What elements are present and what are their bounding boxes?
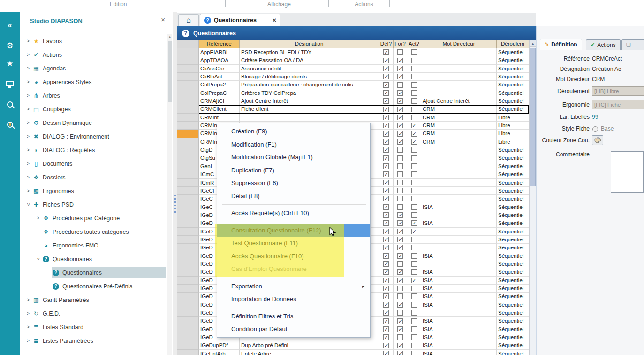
- cell-for[interactable]: [394, 187, 407, 195]
- row-selector[interactable]: [177, 268, 199, 276]
- cell-for[interactable]: [394, 146, 407, 154]
- cell-act[interactable]: [407, 105, 421, 113]
- row-selector[interactable]: [177, 252, 199, 260]
- cell-def[interactable]: [379, 48, 394, 56]
- tree-item-couplages[interactable]: >▤Couplages: [20, 102, 166, 116]
- chevron-right-icon[interactable]: >: [24, 39, 32, 44]
- tree-item-procedures-par-categorie[interactable]: >❖Procédures par Catégorie: [20, 211, 166, 225]
- row-selector[interactable]: [177, 105, 199, 113]
- cell-for[interactable]: [394, 138, 407, 146]
- cell-for[interactable]: [394, 114, 407, 122]
- chevron-right-icon[interactable]: >: [24, 161, 32, 166]
- panel-splitter[interactable]: [173, 12, 177, 355]
- header-deroulement[interactable]: Déroulem: [497, 40, 529, 48]
- cell-def[interactable]: [379, 244, 394, 252]
- row-selector[interactable]: [177, 228, 199, 236]
- context-menu-item-definition-filtres-et-tris[interactable]: Définition Filtres et Tris: [217, 310, 370, 323]
- row-selector[interactable]: [177, 97, 199, 105]
- tree-item-listes-standard[interactable]: >≣Listes Standard: [20, 320, 166, 334]
- chevron-right-icon[interactable]: >: [24, 66, 32, 71]
- cell-act[interactable]: [407, 65, 421, 73]
- tab-actions[interactable]: Actions: [586, 39, 621, 50]
- cell-act[interactable]: [407, 122, 421, 130]
- field-input-deroulement[interactable]: [LIB] Libre: [592, 86, 644, 96]
- cell-act[interactable]: [407, 325, 421, 333]
- table-scrollbar[interactable]: [529, 40, 536, 355]
- cell-for[interactable]: [394, 211, 407, 219]
- cell-def[interactable]: [379, 187, 394, 195]
- cell-def[interactable]: [379, 170, 394, 178]
- cell-for[interactable]: [394, 162, 407, 170]
- cell-act[interactable]: [407, 97, 421, 105]
- cell-act[interactable]: [407, 187, 421, 195]
- cell-def[interactable]: [379, 138, 394, 146]
- row-selector[interactable]: [177, 48, 199, 56]
- comment-textarea[interactable]: [611, 151, 644, 193]
- tree-item-actions[interactable]: >✔Actions: [20, 48, 166, 62]
- cell-for[interactable]: [394, 105, 407, 113]
- tab-definition[interactable]: Définition: [540, 39, 582, 50]
- cell-act[interactable]: [407, 162, 421, 170]
- cell-def[interactable]: [379, 219, 394, 227]
- context-menu-item-detail-f8[interactable]: Détail (F8): [217, 190, 370, 203]
- cell-for[interactable]: [394, 341, 407, 349]
- cell-act[interactable]: [407, 285, 421, 293]
- cell-act[interactable]: [407, 170, 421, 178]
- header-reference[interactable]: Référence: [199, 40, 240, 48]
- tree-item-questionnaires-pre-definis[interactable]: ?Questionnaires Pré-Définis: [20, 279, 166, 293]
- row-selector[interactable]: [177, 260, 199, 268]
- cell-act[interactable]: [407, 114, 421, 122]
- cell-for[interactable]: [394, 219, 407, 227]
- cell-for[interactable]: [394, 56, 407, 64]
- cell-def[interactable]: [379, 293, 394, 301]
- row-selector[interactable]: [177, 203, 199, 211]
- context-menu-item-modification-globale-maj-f1[interactable]: Modification Globale (Maj+F1): [217, 151, 370, 164]
- cell-act[interactable]: [407, 211, 421, 219]
- chevron-right-icon[interactable]: >: [24, 52, 32, 57]
- chevron-right-icon[interactable]: >: [24, 297, 32, 302]
- chevron-right-icon[interactable]: >: [24, 134, 32, 139]
- row-selector[interactable]: [177, 301, 199, 309]
- scrollbar-thumb[interactable]: [168, 41, 172, 102]
- chevron-right-icon[interactable]: >: [24, 175, 32, 180]
- chevron-right-icon[interactable]: >: [24, 324, 32, 330]
- table-row[interactable]: CRMAjtCIAjout Centre InterêtAjout Centre…: [177, 97, 529, 105]
- chevron-right-icon[interactable]: >: [24, 311, 32, 316]
- cell-def[interactable]: [379, 73, 394, 81]
- row-selector[interactable]: [177, 114, 199, 122]
- cell-for[interactable]: [394, 203, 407, 211]
- cell-act[interactable]: [407, 203, 421, 211]
- table-row[interactable]: IGeDupPDfDup Arbo pré DéfiniISIASéquenti…: [177, 341, 529, 349]
- row-selector[interactable]: [177, 236, 199, 244]
- tree-item-dossiers[interactable]: >❖Dossiers: [20, 170, 166, 184]
- table-row[interactable]: CRMClientFiche clientCRMSéquentiel: [177, 105, 529, 113]
- row-selector[interactable]: [177, 350, 199, 355]
- table-row[interactable]: ColPrepa2Préparation quincaillerie : cha…: [177, 81, 529, 89]
- cell-act[interactable]: [407, 48, 421, 56]
- cell-def[interactable]: [379, 285, 394, 293]
- cell-def[interactable]: [379, 325, 394, 333]
- context-menu-item-creation-f9[interactable]: Création (F9): [217, 125, 370, 138]
- cell-def[interactable]: [379, 211, 394, 219]
- cell-act[interactable]: [407, 309, 421, 317]
- cell-def[interactable]: [379, 56, 394, 64]
- cell-def[interactable]: [379, 350, 394, 355]
- chevron-down-icon[interactable]: >: [36, 255, 41, 263]
- settings-gear-icon[interactable]: ⚙: [0, 39, 20, 53]
- menubar-item-actions[interactable]: Actions: [351, 0, 377, 8]
- cell-act[interactable]: [407, 350, 421, 355]
- tree-item-g-e-d[interactable]: >↻G.E.D.: [20, 307, 166, 320]
- cell-act[interactable]: [407, 146, 421, 154]
- collapse-sidebar-icon[interactable]: «: [0, 18, 20, 32]
- row-selector[interactable]: [177, 89, 199, 97]
- cell-for[interactable]: [394, 244, 407, 252]
- cell-def[interactable]: [379, 89, 394, 97]
- cell-for[interactable]: [394, 260, 407, 268]
- splitter-grip-icon[interactable]: [174, 195, 176, 213]
- cell-for[interactable]: [394, 154, 407, 162]
- header-act[interactable]: Act?: [407, 40, 421, 48]
- menubar-item-edition[interactable]: Edition: [104, 0, 132, 8]
- cell-for[interactable]: [394, 252, 407, 260]
- cell-def[interactable]: [379, 333, 394, 341]
- tab-questionnaires[interactable]: Questionnaires: [200, 14, 280, 26]
